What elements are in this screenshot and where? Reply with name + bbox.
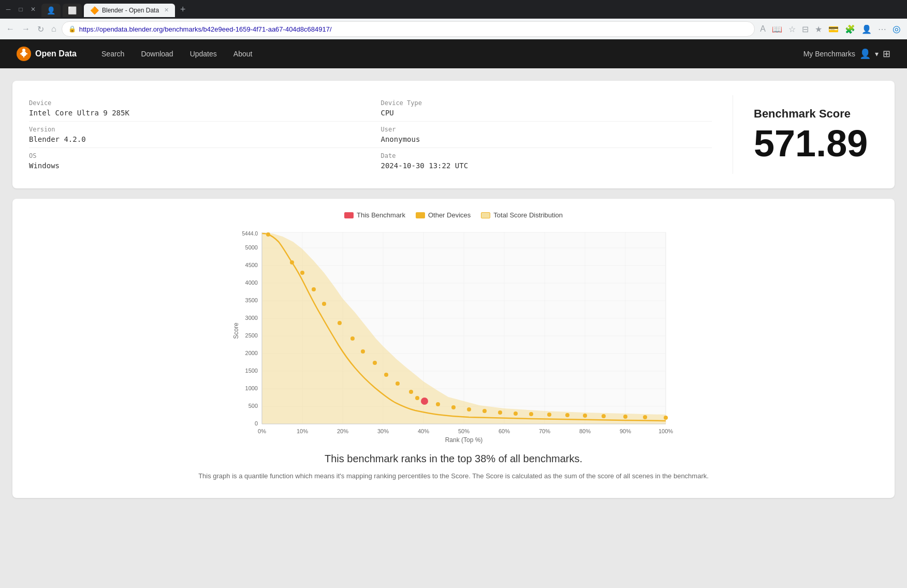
wallet-icon[interactable]: 💳 <box>826 22 841 36</box>
site-logo[interactable]: Open Data <box>17 47 77 61</box>
svg-text:3000: 3000 <box>245 315 258 321</box>
svg-text:0%: 0% <box>258 428 266 434</box>
tab-icon-square: ⬜ <box>68 6 77 14</box>
user-label: User <box>381 126 712 133</box>
this-benchmark-color <box>344 212 354 218</box>
back-button[interactable]: ← <box>4 22 17 36</box>
svg-point-53 <box>664 416 668 420</box>
browser-chrome: ─ □ ✕ 👤 ⬜ 🔶 Blender - Open Data ✕ + ← → … <box>0 0 907 39</box>
user-value: Anonymous <box>381 135 712 143</box>
address-bar[interactable]: 🔒 https://opendata.blender.org/benchmark… <box>62 21 755 37</box>
reader-icon[interactable]: 📖 <box>770 22 784 36</box>
user-dropdown-icon[interactable]: ▾ <box>875 50 879 58</box>
svg-point-37 <box>409 390 413 394</box>
description-text: This graph is a quantile function which … <box>29 471 878 481</box>
svg-point-36 <box>396 381 400 386</box>
os-value: Windows <box>29 161 350 170</box>
site-nav: Open Data Search Download Updates About … <box>0 39 907 68</box>
blender-logo-icon <box>17 47 31 61</box>
svg-text:500: 500 <box>248 403 258 409</box>
maximize-button[interactable]: □ <box>17 5 25 13</box>
address-bar-row: ← → ↻ ⌂ 🔒 https://opendata.blender.org/b… <box>0 19 907 39</box>
version-label: Version <box>29 126 350 133</box>
rank-text: This benchmark ranks in the top 38% of a… <box>29 453 878 465</box>
svg-point-33 <box>361 349 365 354</box>
svg-text:5444.0: 5444.0 <box>242 231 258 237</box>
grid-icon[interactable]: ⊞ <box>883 48 890 60</box>
svg-point-28 <box>300 271 304 275</box>
nav-about[interactable]: About <box>225 40 261 67</box>
url-text: https://opendata.blender.org/benchmarks/… <box>79 25 749 33</box>
svg-point-30 <box>322 302 326 306</box>
score-value: 571.89 <box>754 125 878 162</box>
score-section: Benchmark Score 571.89 <box>754 95 878 174</box>
title-bar: ─ □ ✕ 👤 ⬜ 🔶 Blender - Open Data ✕ + <box>0 0 907 19</box>
svg-text:Score: Score <box>232 322 240 339</box>
svg-point-52 <box>643 415 647 419</box>
favorites-icon[interactable]: ★ <box>813 22 824 36</box>
tab-newtab: ⬜ <box>63 4 82 17</box>
svg-point-26 <box>266 232 270 237</box>
reload-button[interactable]: ↻ <box>35 22 46 36</box>
user-icon[interactable]: 👤 <box>859 48 871 60</box>
svg-point-48 <box>565 413 569 417</box>
forward-button[interactable]: → <box>20 22 32 36</box>
svg-point-46 <box>529 412 533 416</box>
svg-text:4000: 4000 <box>245 280 258 286</box>
extensions-icon[interactable]: 🧩 <box>843 22 857 36</box>
site-logo-text: Open Data <box>35 49 77 58</box>
svg-point-45 <box>514 411 518 416</box>
svg-text:10%: 10% <box>297 428 308 434</box>
svg-point-34 <box>373 361 377 365</box>
minimize-button[interactable]: ─ <box>4 5 12 13</box>
device-type-label: Device Type <box>381 99 712 107</box>
tab-active-blender[interactable]: 🔶 Blender - Open Data ✕ <box>84 4 175 17</box>
my-benchmarks-button[interactable]: My Benchmarks <box>803 50 855 58</box>
split-screen-icon[interactable]: ⊟ <box>800 22 811 36</box>
svg-text:2000: 2000 <box>245 350 258 356</box>
legend-this-benchmark-label: This Benchmark <box>357 211 405 219</box>
date-label: Date <box>381 152 712 159</box>
tab-close-icon[interactable]: ✕ <box>164 7 169 13</box>
version-value: Blender 4.2.0 <box>29 135 350 143</box>
svg-point-29 <box>312 287 316 291</box>
home-button[interactable]: ⌂ <box>49 22 58 36</box>
more-icon[interactable]: ⋯ <box>876 22 888 36</box>
user-group: User Anonymous <box>371 122 712 148</box>
svg-text:1000: 1000 <box>245 385 258 391</box>
close-button[interactable]: ✕ <box>29 5 37 13</box>
svg-text:50%: 50% <box>458 428 470 434</box>
edge-icon[interactable]: ◎ <box>890 21 903 37</box>
svg-point-40 <box>436 402 440 406</box>
svg-point-43 <box>482 409 487 413</box>
device-value: Intel Core Ultra 9 285K <box>29 109 350 117</box>
nav-search[interactable]: Search <box>93 40 133 67</box>
svg-point-35 <box>384 373 388 377</box>
main-content: Device Intel Core Ultra 9 285K Device Ty… <box>0 68 907 578</box>
svg-text:3500: 3500 <box>245 297 258 303</box>
nav-download[interactable]: Download <box>133 40 181 67</box>
svg-text:4500: 4500 <box>245 262 258 268</box>
device-type-value: CPU <box>381 109 712 117</box>
nav-updates[interactable]: Updates <box>182 40 225 67</box>
chart-card: This Benchmark Other Devices Total Score… <box>12 199 895 498</box>
date-group: Date 2024-10-30 13:22 UTC <box>371 148 712 174</box>
toolbar-icons: A 📖 ☆ ⊟ ★ 💳 🧩 👤 ⋯ ◎ <box>758 21 903 37</box>
benchmark-card: Device Intel Core Ultra 9 285K Device Ty… <box>12 81 895 188</box>
window-controls: ─ □ ✕ <box>4 5 37 13</box>
os-group: OS Windows <box>29 148 371 174</box>
legend-other-devices: Other Devices <box>416 211 471 219</box>
svg-text:70%: 70% <box>539 428 550 434</box>
translate-icon[interactable]: A <box>758 22 768 36</box>
total-score-color <box>481 212 490 218</box>
bookmark-icon[interactable]: ☆ <box>786 22 798 36</box>
benchmark-info: Device Intel Core Ultra 9 285K Device Ty… <box>29 95 733 174</box>
svg-text:0: 0 <box>255 420 258 427</box>
new-tab-button[interactable]: + <box>176 2 190 17</box>
legend-total-score-label: Total Score Distribution <box>493 211 563 219</box>
date-value: 2024-10-30 13:22 UTC <box>381 161 712 170</box>
svg-point-39 <box>421 398 428 405</box>
svg-point-47 <box>547 413 551 417</box>
chart-legend: This Benchmark Other Devices Total Score… <box>29 211 878 219</box>
profile-icon[interactable]: 👤 <box>859 22 874 36</box>
